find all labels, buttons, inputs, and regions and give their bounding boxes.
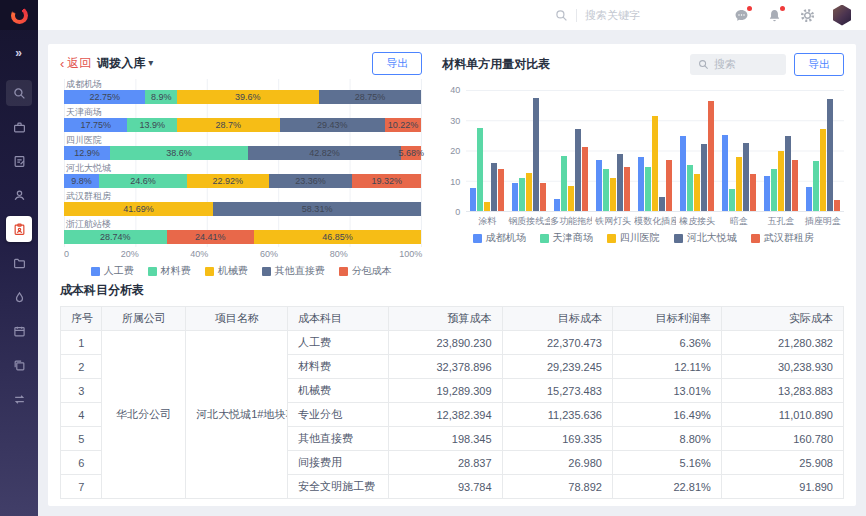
bar[interactable]: [575, 129, 581, 211]
back-link[interactable]: ‹返回: [60, 55, 91, 72]
legend-item[interactable]: 天津商场: [540, 231, 593, 245]
topbar-search[interactable]: [555, 9, 675, 22]
bar[interactable]: [645, 167, 651, 211]
sidebar-item-files[interactable]: [6, 250, 32, 276]
bar[interactable]: [813, 161, 819, 211]
bar[interactable]: [603, 169, 609, 211]
bar[interactable]: [820, 129, 826, 211]
legend-item[interactable]: 四川医院: [607, 231, 660, 245]
sidebar-item-company[interactable]: [6, 114, 32, 140]
bar[interactable]: [785, 136, 791, 211]
bar[interactable]: [694, 174, 700, 211]
export-button-right[interactable]: 导出: [794, 53, 844, 76]
bar[interactable]: [568, 186, 574, 211]
bar[interactable]: [792, 160, 798, 211]
bar[interactable]: [771, 169, 777, 211]
bar-segment[interactable]: 24.41%: [167, 230, 254, 244]
bar-segment[interactable]: 22.92%: [187, 174, 269, 188]
bar-segment[interactable]: 23.36%: [269, 174, 352, 188]
bar-segment[interactable]: 41.69%: [64, 202, 213, 216]
bar[interactable]: [680, 136, 686, 211]
bar[interactable]: [722, 135, 728, 211]
bar[interactable]: [519, 178, 525, 211]
bar-segment[interactable]: 29.43%: [280, 118, 385, 132]
sidebar-expand-button[interactable]: »: [6, 40, 32, 66]
bar-segment[interactable]: 5.68%: [401, 146, 421, 160]
sidebar-item-materials[interactable]: [6, 284, 32, 310]
bar-segment[interactable]: 39.6%: [177, 90, 318, 104]
export-button-left[interactable]: 导出: [372, 52, 422, 75]
settings-button[interactable]: [799, 7, 816, 24]
bar[interactable]: [596, 160, 602, 211]
bar[interactable]: [617, 154, 623, 211]
bar[interactable]: [484, 202, 490, 211]
chart-search-input[interactable]: [714, 58, 774, 70]
messages-button[interactable]: [733, 7, 750, 24]
sidebar-item-schedule[interactable]: [6, 318, 32, 344]
topbar-search-input[interactable]: [585, 9, 675, 21]
bar[interactable]: [806, 187, 812, 211]
bar-segment[interactable]: 22.75%: [64, 90, 145, 104]
legend-item[interactable]: 成都机场: [473, 231, 526, 245]
bar-segment[interactable]: 9.8%: [64, 174, 99, 188]
bar-segment[interactable]: 28.7%: [177, 118, 280, 132]
sidebar-item-documents[interactable]: [6, 148, 32, 174]
bar-segment[interactable]: 42.82%: [248, 146, 401, 160]
bar-segment[interactable]: 38.6%: [110, 146, 248, 160]
bar-segment[interactable]: 13.9%: [127, 118, 177, 132]
bar[interactable]: [498, 169, 504, 211]
notifications-button[interactable]: [766, 7, 783, 24]
page-title-dropdown[interactable]: 调拨入库▾: [97, 55, 153, 72]
bar[interactable]: [554, 199, 560, 211]
bar[interactable]: [729, 189, 735, 211]
bar[interactable]: [736, 157, 742, 211]
bar[interactable]: [561, 156, 567, 211]
sidebar-item-search[interactable]: [6, 80, 32, 106]
bar-segment[interactable]: 24.6%: [99, 174, 187, 188]
bar-segment[interactable]: 19.32%: [352, 174, 421, 188]
bar[interactable]: [652, 116, 658, 211]
app-logo[interactable]: [0, 0, 38, 30]
bar[interactable]: [638, 157, 644, 211]
bar[interactable]: [764, 176, 770, 211]
bar[interactable]: [512, 183, 518, 211]
bar[interactable]: [610, 178, 616, 211]
bar[interactable]: [827, 99, 833, 211]
bar-segment[interactable]: 17.75%: [64, 118, 127, 132]
sidebar-item-cost[interactable]: [6, 216, 32, 242]
bar[interactable]: [708, 101, 714, 211]
bar[interactable]: [477, 128, 483, 211]
legend-item[interactable]: 河北大悦城: [674, 231, 737, 245]
sidebar-item-reports[interactable]: [6, 352, 32, 378]
legend-item[interactable]: 武汉群租房: [751, 231, 814, 245]
bar[interactable]: [582, 147, 588, 211]
bar[interactable]: [659, 197, 665, 211]
bar[interactable]: [834, 200, 840, 211]
bar[interactable]: [687, 165, 693, 211]
bar[interactable]: [701, 144, 707, 211]
cell-margin: 22.81%: [612, 475, 721, 499]
sidebar-item-transfer[interactable]: [6, 386, 32, 412]
bar-segment[interactable]: 28.75%: [319, 90, 422, 104]
bar[interactable]: [666, 160, 672, 211]
axis-tick-label: 100%: [399, 249, 422, 259]
bar[interactable]: [778, 151, 784, 211]
bar-segment[interactable]: 12.9%: [64, 146, 110, 160]
bar[interactable]: [624, 167, 630, 211]
user-avatar[interactable]: [832, 5, 852, 26]
chart-search[interactable]: [690, 54, 786, 75]
table-row[interactable]: 1华北分公司河北大悦城1#地块项目人工费23,890.23022,370.473…: [61, 331, 844, 355]
bar[interactable]: [491, 163, 497, 211]
bar-segment[interactable]: 10.22%: [385, 118, 422, 132]
bar[interactable]: [540, 183, 546, 211]
bar[interactable]: [533, 98, 539, 211]
bar[interactable]: [750, 174, 756, 211]
bar[interactable]: [743, 143, 749, 211]
bar-segment[interactable]: 58.31%: [213, 202, 421, 216]
bar[interactable]: [470, 188, 476, 211]
bar-segment[interactable]: 8.9%: [145, 90, 177, 104]
sidebar-item-users[interactable]: [6, 182, 32, 208]
bar-segment[interactable]: 28.74%: [64, 230, 167, 244]
bar-segment[interactable]: 46.85%: [254, 230, 421, 244]
bar[interactable]: [526, 173, 532, 211]
